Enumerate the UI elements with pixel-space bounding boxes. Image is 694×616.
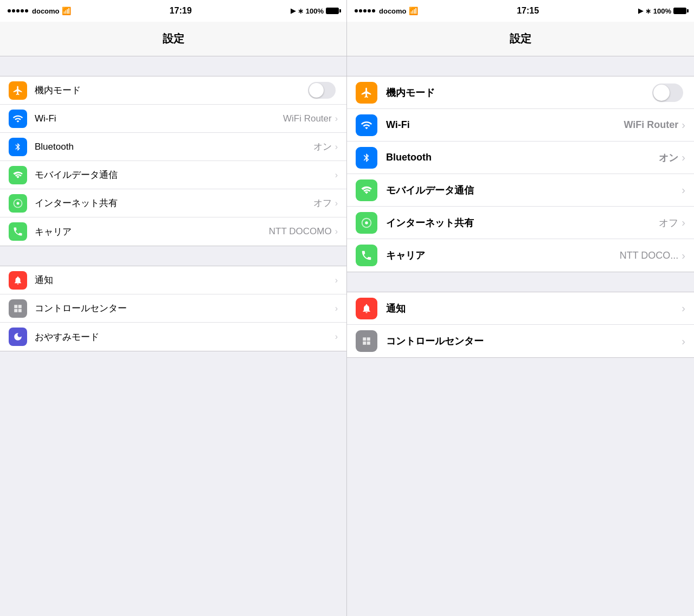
- battery-fill-right: [674, 8, 686, 14]
- r-notification-label: 通知: [386, 302, 682, 315]
- bluetooth-icon-right: ∗: [645, 7, 651, 15]
- signal-dots-left: [8, 9, 28, 12]
- wifi-chevron: ›: [335, 114, 338, 124]
- right-title-bar: 設定: [347, 22, 694, 56]
- left-row-wifi[interactable]: Wi-Fi WiFi Router ›: [0, 105, 346, 133]
- left-status-bar: docomo 📶 17:19 ▶ ∗ 100%: [0, 0, 346, 22]
- right-row-cellular[interactable]: モバイルデータ通信 ›: [347, 174, 694, 207]
- carrier-icon: [9, 222, 27, 241]
- left-row-cellular[interactable]: モバイルデータ通信 ›: [0, 161, 346, 189]
- control-center-chevron: ›: [335, 304, 338, 313]
- carrier-left: docomo: [32, 7, 60, 15]
- hotspot-value: オフ: [313, 197, 332, 209]
- rdot2: [359, 9, 362, 12]
- dot3: [16, 9, 20, 12]
- right-gap-1: [347, 56, 694, 76]
- time-left: 17:19: [170, 6, 192, 16]
- battery-icon-right: [673, 8, 686, 14]
- airplane-label: 機内モード: [35, 84, 308, 97]
- rdot1: [355, 9, 358, 12]
- wifi-icon: [9, 110, 27, 128]
- hotspot-label: インターネット共有: [35, 197, 313, 209]
- r-control-center-chevron: ›: [682, 335, 685, 348]
- r-hotspot-label: インターネット共有: [386, 216, 659, 229]
- control-center-icon: [9, 299, 27, 318]
- dnd-icon: [9, 328, 27, 346]
- carrier-chevron: ›: [335, 227, 338, 236]
- dnd-chevron: ›: [335, 332, 338, 342]
- right-row-control-center[interactable]: コントロールセンター ›: [347, 325, 694, 357]
- wifi-value: WiFi Router: [283, 113, 332, 124]
- left-group-2: 通知 › コントロールセンター › おやすみモード ›: [0, 266, 346, 351]
- r-bluetooth-chevron: ›: [682, 151, 685, 164]
- signal-dots-right: [355, 9, 375, 12]
- cellular-label: モバイルデータ通信: [35, 169, 335, 181]
- right-row-airplane[interactable]: 機内モード: [347, 76, 694, 109]
- r-cellular-label: モバイルデータ通信: [386, 184, 682, 197]
- dot1: [8, 9, 11, 12]
- right-status-left: docomo 📶: [355, 7, 418, 15]
- r-hotspot-icon: [356, 212, 377, 234]
- r-airplane-label: 機内モード: [386, 86, 652, 99]
- left-row-carrier[interactable]: キャリア NTT DOCOMO ›: [0, 217, 346, 246]
- notification-chevron: ›: [335, 275, 338, 285]
- right-status-right: ▶ ∗ 100%: [638, 7, 686, 15]
- toggle-knob: [309, 83, 324, 98]
- rdot3: [363, 9, 367, 12]
- right-row-hotspot[interactable]: インターネット共有 オフ ›: [347, 207, 694, 239]
- r-airplane-icon: [356, 82, 377, 104]
- right-row-bluetooth[interactable]: Bluetooth オン ›: [347, 142, 694, 174]
- r-wifi-chevron: ›: [682, 119, 685, 131]
- left-status-left: docomo 📶: [8, 7, 71, 15]
- right-row-carrier[interactable]: キャリア NTT DOCO... ›: [347, 239, 694, 272]
- notification-label: 通知: [35, 274, 335, 286]
- right-row-wifi[interactable]: Wi-Fi WiFi Router ›: [347, 109, 694, 142]
- hotspot-chevron: ›: [335, 198, 338, 208]
- left-row-bluetooth[interactable]: Bluetooth オン ›: [0, 133, 346, 161]
- bluetooth-icon: [9, 138, 27, 156]
- bluetooth-label: Bluetooth: [35, 142, 313, 152]
- r-bluetooth-icon: [356, 147, 377, 169]
- r-wifi-icon: [356, 114, 377, 136]
- r-control-center-label: コントロールセンター: [386, 335, 682, 348]
- left-row-hotspot[interactable]: インターネット共有 オフ ›: [0, 189, 346, 217]
- r-wifi-value: WiFi Router: [624, 119, 679, 131]
- battery-fill-left: [326, 8, 338, 14]
- bluetooth-icon-left: ∗: [298, 7, 304, 15]
- cellular-chevron: ›: [335, 170, 338, 180]
- right-row-notification[interactable]: 通知 ›: [347, 292, 694, 325]
- battery-pct-left: 100%: [306, 7, 324, 15]
- control-center-label: コントロールセンター: [35, 302, 335, 315]
- right-phone-panel: docomo 📶 17:15 ▶ ∗ 100% 設定 機内モード: [347, 0, 694, 616]
- right-status-bar: docomo 📶 17:15 ▶ ∗ 100%: [347, 0, 694, 22]
- left-row-dnd[interactable]: おやすみモード ›: [0, 323, 346, 351]
- r-hotspot-value: オフ: [659, 216, 678, 229]
- cellular-icon: [9, 166, 27, 184]
- r-carrier-label: キャリア: [386, 249, 620, 262]
- right-group-2: 通知 › コントロールセンター ›: [347, 292, 694, 358]
- right-gap-2: [347, 272, 694, 292]
- r-airplane-toggle[interactable]: [652, 84, 683, 102]
- left-row-airplane[interactable]: 機内モード: [0, 76, 346, 105]
- rdot5: [372, 9, 375, 12]
- left-gap-1: [0, 56, 346, 76]
- r-toggle-knob: [653, 85, 670, 101]
- left-row-control-center[interactable]: コントロールセンター ›: [0, 294, 346, 323]
- svg-point-1: [365, 221, 368, 224]
- r-carrier-value: NTT DOCO...: [620, 250, 679, 261]
- time-right: 17:15: [517, 6, 539, 16]
- r-carrier-icon: [356, 245, 377, 266]
- airplane-toggle[interactable]: [308, 82, 336, 99]
- left-row-notification[interactable]: 通知 ›: [0, 266, 346, 294]
- dnd-label: おやすみモード: [35, 331, 335, 343]
- svg-point-0: [17, 202, 20, 204]
- battery-icon-left: [326, 8, 339, 14]
- r-control-center-icon: [356, 330, 377, 352]
- rdot4: [368, 9, 371, 12]
- right-group-1: 機内モード Wi-Fi WiFi Router › Bluetooth: [347, 76, 694, 272]
- dot2: [12, 9, 15, 12]
- bluetooth-value: オン: [313, 140, 332, 153]
- left-gap-2: [0, 246, 346, 266]
- r-cellular-icon: [356, 179, 377, 201]
- r-cellular-chevron: ›: [682, 184, 685, 196]
